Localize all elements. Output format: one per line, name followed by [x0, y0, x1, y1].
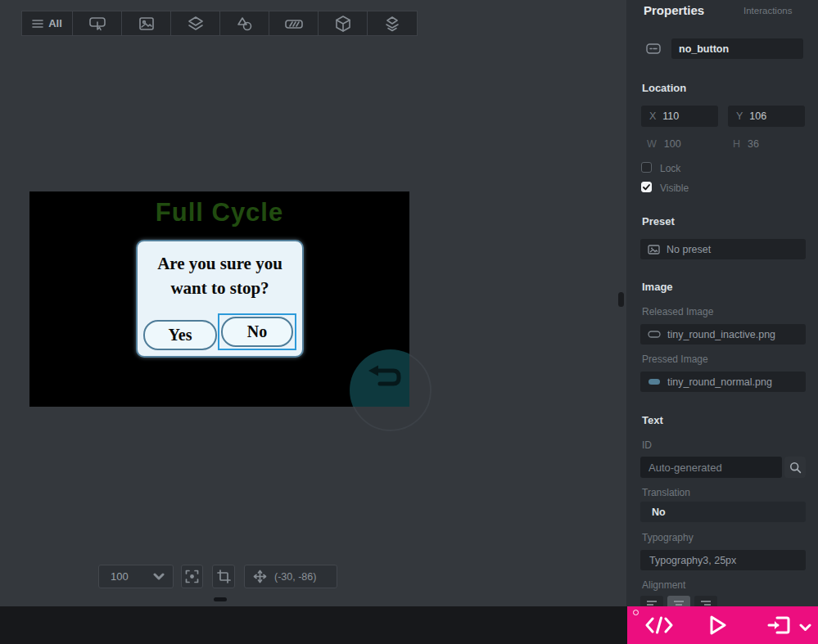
widget-name-field[interactable]: no_button [671, 38, 803, 59]
tab-interactions[interactable]: Interactions [743, 6, 792, 16]
id-input[interactable] [640, 457, 782, 478]
focus-icon [185, 570, 199, 583]
lock-label: Lock [660, 163, 680, 174]
layers-icon [187, 16, 205, 32]
hamburger-icon [32, 19, 43, 29]
alignment-label: Alignment [642, 579, 685, 591]
play-icon [708, 614, 728, 637]
filter-3d-widgets[interactable] [319, 11, 368, 35]
filter-slider-widgets[interactable] [269, 11, 319, 35]
text-heading: Text [642, 414, 663, 426]
h-value: 36 [748, 138, 759, 150]
return-arrow-icon [366, 364, 405, 390]
pressed-image-value: tiny_round_normal.png [667, 376, 772, 388]
translation-label: Translation [642, 487, 690, 498]
preset-value: No preset [667, 244, 711, 255]
x-field[interactable]: X 110 [641, 106, 718, 127]
preset-heading: Preset [642, 215, 675, 227]
filter-shape-widgets[interactable] [220, 11, 269, 35]
translation-field[interactable]: No [640, 502, 806, 522]
chevron-down-icon [799, 624, 811, 632]
location-heading: Location [642, 82, 686, 94]
released-image-label: Released Image [642, 306, 713, 317]
height-readout: H 36 [733, 138, 759, 150]
typography-value: Typography3, 25px [649, 555, 736, 566]
w-value: 100 [664, 138, 681, 150]
screen-title: Full Cycle [29, 198, 409, 227]
pan-coordinates-button[interactable]: (-30, -86) [244, 565, 337, 588]
filter-screen-widgets[interactable] [368, 11, 417, 35]
reset-button[interactable] [350, 349, 409, 407]
typography-label: Typography [642, 532, 694, 543]
pressed-image-label: Pressed Image [642, 354, 708, 365]
button-widget-icon [646, 43, 661, 54]
preset-image-icon [648, 245, 660, 254]
no-button-selection-outline: No [218, 313, 296, 350]
lock-checkbox[interactable] [641, 162, 652, 173]
id-search-button[interactable] [784, 457, 806, 478]
pill-outline-icon [648, 331, 661, 338]
button-cursor-icon [88, 16, 106, 32]
released-image-field[interactable]: tiny_round_inactive.png [640, 324, 806, 345]
filter-all-label: All [48, 17, 62, 29]
chevron-down-icon [153, 573, 165, 580]
pressed-image-field[interactable]: tiny_round_normal.png [640, 372, 806, 392]
dialog-message-line2: want to stop? [138, 276, 302, 300]
typography-field[interactable]: Typography3, 25px [640, 550, 806, 570]
h-label: H [733, 138, 740, 150]
play-button[interactable] [708, 614, 728, 640]
zoom-level-dropdown[interactable]: 100 [98, 565, 174, 588]
width-readout: W 100 [647, 138, 681, 150]
filter-layer-widgets[interactable] [171, 11, 220, 35]
widget-filter-toolbar: All [21, 11, 418, 36]
bottom-panel-drag-handle[interactable] [214, 597, 227, 601]
visible-label: Visible [660, 182, 689, 194]
screen-stack-icon [383, 16, 401, 32]
filter-button-widgets[interactable] [73, 11, 122, 35]
tab-properties[interactable]: Properties [644, 3, 704, 17]
x-value: 110 [662, 110, 679, 122]
center-view-button[interactable] [181, 565, 203, 588]
image-icon [138, 16, 155, 31]
notification-dot [633, 610, 639, 615]
y-label: Y [736, 110, 743, 122]
x-label: X [649, 110, 656, 122]
y-value: 106 [749, 110, 766, 122]
zoom-level-value: 100 [111, 570, 129, 583]
pill-filled-icon [648, 378, 661, 385]
cube-icon [334, 15, 352, 33]
flash-to-device-button[interactable] [766, 615, 791, 638]
image-heading: Image [642, 281, 673, 293]
dialog-message: Are you sure you want to stop? [138, 251, 302, 301]
canvas-area[interactable]: All [0, 0, 626, 606]
sign-in-icon [766, 615, 791, 635]
export-code-button[interactable] [645, 616, 673, 637]
no-button[interactable]: No [221, 317, 293, 347]
action-bar-expand-button[interactable] [799, 620, 811, 635]
app-window: All [0, 0, 818, 644]
w-label: W [647, 138, 657, 150]
filter-image-widgets[interactable] [122, 11, 171, 35]
search-icon [789, 462, 802, 474]
translation-value: No [652, 507, 666, 518]
properties-panel: Properties Interactions no_button Locati… [626, 0, 818, 606]
visible-checkbox[interactable] [641, 182, 652, 192]
filter-all-button[interactable]: All [22, 11, 73, 35]
move-icon [253, 570, 267, 583]
crop-icon [217, 570, 231, 583]
slider-icon [284, 17, 304, 30]
checkmark-icon [643, 184, 650, 191]
y-field[interactable]: Y 106 [728, 106, 805, 127]
dialog-buttons: Yes No [143, 313, 296, 350]
action-bar [627, 606, 818, 644]
confirm-dialog[interactable]: Are you sure you want to stop? Yes No [136, 240, 304, 358]
preset-field[interactable]: No preset [640, 239, 806, 259]
code-icon [645, 616, 673, 634]
crop-view-button[interactable] [212, 565, 235, 588]
yes-button[interactable]: Yes [143, 320, 217, 350]
panel-resize-handle[interactable] [618, 292, 624, 307]
widget-name-value: no_button [679, 43, 729, 55]
shapes-icon [236, 16, 254, 32]
device-screen[interactable]: Full Cycle Are you sure you want to stop… [29, 191, 409, 407]
dialog-message-line1: Are you sure you [138, 251, 302, 276]
